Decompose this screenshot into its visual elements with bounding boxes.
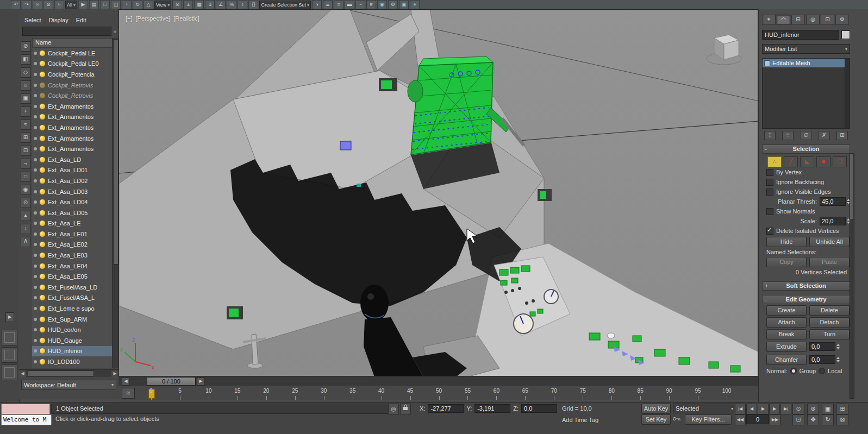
bulb-icon[interactable] xyxy=(39,124,46,131)
menu-display[interactable]: Display xyxy=(49,17,68,23)
bulb-icon[interactable] xyxy=(39,316,46,323)
list-item[interactable]: Cockpit_Pedal LE xyxy=(32,48,112,59)
bulb-icon[interactable] xyxy=(39,167,46,173)
scrollbar-thumb[interactable] xyxy=(850,154,853,219)
tab-motion[interactable]: ◎ xyxy=(806,15,820,25)
x-coordinate-field[interactable]: -27,277 xyxy=(428,404,464,413)
list-item[interactable]: Ext_Asa_LD02 xyxy=(32,175,112,186)
time-slider-right-arrow[interactable]: ▶ xyxy=(197,378,205,386)
list-item[interactable]: Ext_Asa_LE03 xyxy=(32,250,112,261)
scrollbar-thumb[interactable] xyxy=(113,39,118,265)
viewport-layout-tab-1[interactable] xyxy=(2,330,17,345)
list-item[interactable]: Ext_Armamentos xyxy=(32,112,112,123)
bulb-icon[interactable] xyxy=(39,146,46,152)
curve-editor-icon[interactable]: ~ xyxy=(355,0,365,9)
select-and-scale-icon[interactable]: △ xyxy=(143,0,153,9)
menu-edit[interactable]: Edit xyxy=(76,17,86,23)
bulb-icon[interactable] xyxy=(39,92,46,99)
zoom-extents-all-button[interactable]: ⊞ xyxy=(836,404,848,414)
bulb-icon[interactable] xyxy=(39,337,46,344)
named-selection-sets-dropdown[interactable]: Create Selection Set▾ xyxy=(259,1,311,9)
bulb-icon[interactable] xyxy=(39,156,46,163)
ignore-visible-edges-checkbox[interactable] xyxy=(766,188,773,196)
bulb-icon[interactable] xyxy=(39,273,46,280)
select-by-name-icon[interactable]: ▤ xyxy=(89,0,99,9)
display-cameras-icon[interactable]: ▣ xyxy=(21,93,31,104)
layer-manager-icon[interactable]: ≡ xyxy=(334,0,344,9)
time-slider-track[interactable]: ◀ 0 / 100 ▶ xyxy=(118,376,758,386)
lock-cell-editing-icon[interactable]: ⊙ xyxy=(21,198,31,208)
key-filters-button[interactable]: Key Filters... xyxy=(685,414,732,425)
tab-modify[interactable]: ◠ xyxy=(777,15,790,25)
redo-icon[interactable]: ↷ xyxy=(22,0,32,9)
list-item[interactable]: Ext_Armamentos xyxy=(32,101,112,112)
tab-create[interactable]: ✶ xyxy=(762,15,776,25)
delete-isolated-vertices-checkbox[interactable] xyxy=(766,228,773,235)
list-item[interactable]: Ext_Sup_ARM xyxy=(32,314,112,325)
unlink-selection-icon[interactable]: ⊘ xyxy=(43,0,53,9)
perspective-viewport[interactable]: z x y [+] [Perspective] [Realistic] xyxy=(118,9,758,376)
list-item[interactable]: IO_LOD100 xyxy=(32,356,112,367)
delete-button[interactable]: Delete xyxy=(809,305,850,316)
rollout-edit-geometry[interactable]: - Edit Geometry xyxy=(762,295,850,304)
object-color-swatch[interactable] xyxy=(841,30,850,39)
make-unique-icon[interactable]: ∅ xyxy=(801,131,812,140)
go-to-end-button[interactable]: ▶| xyxy=(780,404,791,414)
copy-button[interactable]: Copy xyxy=(766,257,807,267)
list-item[interactable]: HUD_inferior xyxy=(32,346,112,357)
use-pivot-point-center-icon[interactable]: ⊙ xyxy=(172,0,182,9)
list-item[interactable]: Cockpit_Retrovis xyxy=(32,80,112,91)
select-and-rotate-icon[interactable]: ↻ xyxy=(133,0,142,9)
percent-snap-icon[interactable]: % xyxy=(227,0,236,9)
show-end-result-icon[interactable]: ≡ xyxy=(782,131,794,140)
tab-display[interactable]: ⊡ xyxy=(821,15,834,25)
list-item[interactable]: Ext_Asa_LD01 xyxy=(32,165,112,176)
configure-modifier-sets-icon[interactable]: ⊞ xyxy=(836,131,848,140)
tab-hierarchy[interactable]: ⊟ xyxy=(791,15,805,25)
mirror-icon[interactable]: ◑ xyxy=(312,0,322,9)
bulb-icon[interactable] xyxy=(39,50,46,56)
expand-dock-button[interactable]: ▶ xyxy=(5,312,14,322)
viewport-menu-plus[interactable]: [+] xyxy=(126,15,133,22)
display-shapes-icon[interactable]: ◇ xyxy=(21,67,31,78)
normal-local-radio[interactable] xyxy=(819,368,825,374)
display-groups-icon[interactable]: ⊞ xyxy=(21,133,31,143)
pan-button[interactable]: ✥ xyxy=(807,414,819,425)
vertical-scrollbar[interactable] xyxy=(112,38,118,368)
snap-toggle-3d-icon[interactable]: 3 xyxy=(205,0,215,9)
render-setup-icon[interactable]: ⚙ xyxy=(388,0,398,9)
viewport-menu-view[interactable]: [Perspective] xyxy=(136,15,171,22)
pick-parent-icon[interactable]: ▲ xyxy=(21,211,31,221)
list-item[interactable]: Cockpit_Retrovis xyxy=(32,90,112,101)
sync-selection-icon[interactable]: ↕ xyxy=(21,224,31,234)
bulb-icon[interactable] xyxy=(39,326,46,333)
bulb-icon[interactable] xyxy=(39,178,46,184)
auto-key-button[interactable]: Auto Key xyxy=(641,404,671,414)
display-none-icon[interactable]: ⊘ xyxy=(21,41,31,52)
face-mode-button[interactable]: ◣ xyxy=(800,156,814,167)
pin-stack-icon[interactable]: ‡ xyxy=(764,131,776,140)
maximize-viewport-button[interactable]: ⊠ xyxy=(836,414,848,425)
bulb-icon[interactable] xyxy=(39,114,46,120)
list-item[interactable]: Ext_Armamentos xyxy=(32,143,112,154)
rendered-frame-icon[interactable]: ▣ xyxy=(399,0,409,9)
unhide-all-button[interactable]: Unhide All xyxy=(809,237,850,247)
zoom-button[interactable]: ⊙ xyxy=(792,404,804,414)
modifier-list-dropdown[interactable]: Modifier List ▾ xyxy=(762,44,850,54)
modifier-stack[interactable]: Editable Mesh xyxy=(762,58,850,129)
list-item[interactable]: Ext_Fusel/Asa_LD xyxy=(32,282,112,293)
next-frame-button[interactable]: ▶ xyxy=(769,404,780,414)
set-key-icon[interactable] xyxy=(673,416,682,423)
edge-mode-button[interactable]: ╱ xyxy=(784,156,798,167)
normal-group-radio[interactable] xyxy=(790,368,797,374)
bulb-icon[interactable] xyxy=(39,284,46,291)
list-item[interactable]: Ext_Asa_LD04 xyxy=(32,197,112,207)
display-spacewarps-icon[interactable]: ≈ xyxy=(21,119,31,130)
rectangular-selection-region-icon[interactable]: □ xyxy=(100,0,110,9)
rollout-soft-selection[interactable]: + Soft Selection xyxy=(762,281,850,291)
bulb-icon[interactable] xyxy=(39,220,46,227)
turn-button[interactable]: Turn xyxy=(809,329,850,339)
zoom-extents-button[interactable]: ▣ xyxy=(822,404,834,414)
list-item[interactable]: HUD_Gauge xyxy=(32,335,112,346)
polygon-mode-button[interactable]: ■ xyxy=(816,156,830,167)
